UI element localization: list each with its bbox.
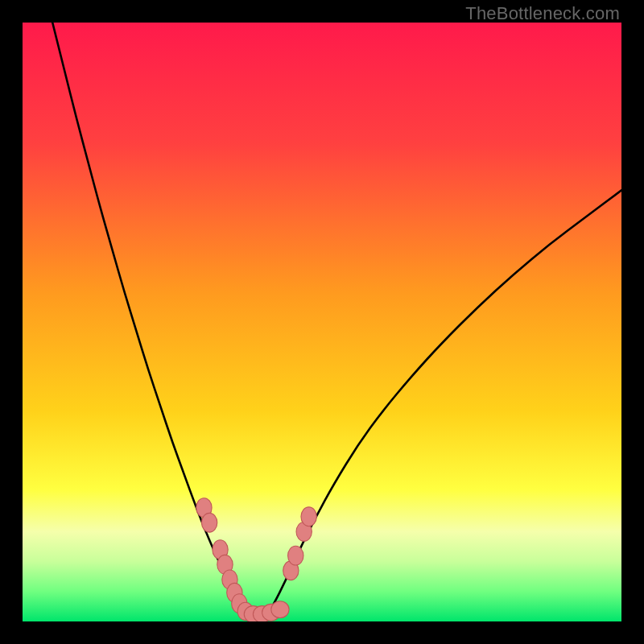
- plot-area: [23, 23, 621, 621]
- outer-frame: TheBottleneck.com: [0, 0, 644, 644]
- marker-1: [201, 513, 217, 532]
- gradient-background: [23, 23, 621, 621]
- marker-11: [271, 601, 289, 618]
- watermark-text: TheBottleneck.com: [465, 3, 620, 24]
- chart-svg: [23, 23, 621, 621]
- marker-15: [301, 507, 316, 526]
- marker-13: [288, 546, 303, 565]
